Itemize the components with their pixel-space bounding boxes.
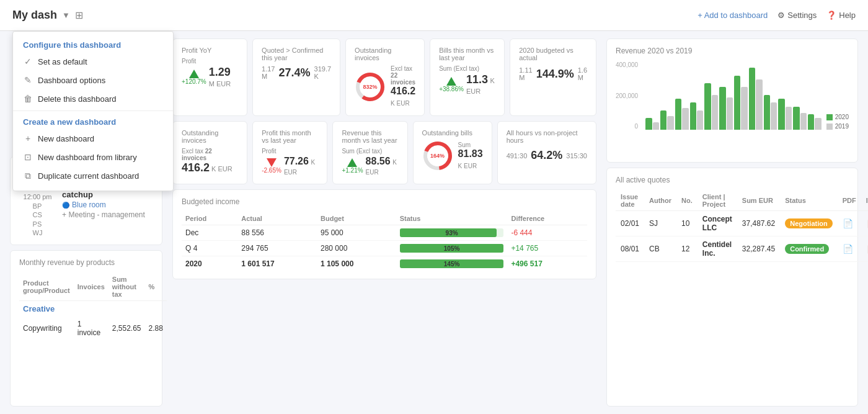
stat-outstanding-bills: Outstanding bills 164% Sum 81.83 K EUR <box>413 121 492 184</box>
new-dashboard-item[interactable]: + New dashboard <box>13 129 173 148</box>
checkmark-icon: ✓ <box>23 56 33 66</box>
green-bar <box>690 102 696 130</box>
period-cell: Q 4 <box>182 241 237 256</box>
pdf-cell[interactable]: 📄 <box>838 236 861 262</box>
col-pdf: PDF <box>838 191 861 211</box>
dashboard-options-item[interactable]: ✎ Dashboard options <box>13 71 173 89</box>
revenue-chart-card: Revenue 2020 vs 2019 400,000 200,000 0 2… <box>606 38 858 163</box>
status-cell: 105% <box>396 241 508 256</box>
col-period: Period <box>182 212 237 225</box>
author-cell: CB <box>644 236 676 262</box>
product-sum: 2,552.65 <box>108 317 145 340</box>
table-row: Copywriting 1 invoice 2,552.65 2.88 <box>19 317 167 340</box>
green-bar <box>704 83 711 130</box>
product-pct: 2.88 <box>145 317 167 340</box>
gray-bar <box>653 122 659 130</box>
client-cell: Centidel Inc. <box>698 236 737 262</box>
trend-up-icon <box>446 77 456 86</box>
all-quotes-card: All active quotes Issue date Author No. … <box>606 168 858 407</box>
bar-group <box>793 107 807 130</box>
settings-button[interactable]: ⚙ Settings <box>777 11 817 20</box>
green-bar <box>764 95 770 130</box>
bar-group <box>660 110 674 130</box>
quotes-header-row: Issue date Author No. Client | Project S… <box>616 191 868 211</box>
filter-icon[interactable]: ⊞ <box>75 9 83 21</box>
copy-icon: ⧉ <box>23 171 33 181</box>
bar-group <box>675 99 689 130</box>
diff-cell: +496 517 <box>507 256 587 272</box>
sum-cell: 32,287.45 <box>737 236 780 262</box>
header-left: My dash ▼ ⊞ <box>12 9 83 22</box>
delete-dashboard-item[interactable]: 🗑 Delete this dashboard <box>13 89 173 108</box>
gray-bar <box>786 107 792 130</box>
header-right: + Add to dashboard ⚙ Settings ❓ Help <box>698 11 856 20</box>
event-attendees: BP CS PS WJ <box>33 202 43 237</box>
period-cell: Dec <box>182 225 237 241</box>
diff-cell: +14 765 <box>507 241 587 256</box>
category-creative[interactable]: Creative <box>23 304 55 313</box>
product-name: Copywriting <box>19 317 74 340</box>
author-cell: SJ <box>644 211 676 236</box>
help-button[interactable]: ❓ Help <box>826 11 856 20</box>
trend-up-icon <box>347 158 357 167</box>
bar-group <box>764 95 777 130</box>
no-cell: 12 <box>676 236 698 262</box>
add-to-dashboard-button[interactable]: + Add to dashboard <box>698 11 768 20</box>
col-budget: Budget <box>317 212 396 225</box>
diff-cell: -6 444 <box>507 225 587 241</box>
trend-down-icon <box>267 158 277 167</box>
col-issue-date: Issue date <box>616 191 644 211</box>
col-status: Status <box>780 191 838 211</box>
donut2-label: 164% <box>430 153 445 159</box>
invoice-cell[interactable]: 📋 <box>861 211 868 236</box>
col-status: Status <box>396 212 508 225</box>
event-location: 🔵 Blue room <box>62 200 153 209</box>
bar-chart <box>645 61 822 130</box>
col-sum-eur: Sum EUR <box>737 191 780 211</box>
table-header-row: Period Actual Budget Status Difference <box>182 212 587 225</box>
gray-bar <box>800 113 807 130</box>
pdf-icon[interactable]: 📄 <box>843 244 853 254</box>
gray-bar <box>771 102 777 130</box>
monthly-revenue-card: Monthly revenue by products Product grou… <box>10 250 162 407</box>
stat-2020-budget: 2020 budgeted vs actual 1.11 M 144.9% 1.… <box>510 38 596 116</box>
second-stats-row: Outstanding invoices Excl tax 22 invoice… <box>172 121 596 184</box>
trash-icon: 🗑 <box>23 94 33 104</box>
set-default-item[interactable]: ✓ Set as default <box>13 52 173 71</box>
bar-group <box>749 68 763 130</box>
location-dot-icon: 🔵 <box>62 202 69 209</box>
right-column: Revenue 2020 vs 2019 400,000 200,000 0 2… <box>601 31 868 414</box>
event-time-end: 12:00 pm <box>24 193 52 200</box>
col-difference: Difference <box>507 212 587 225</box>
bar-group <box>704 83 718 130</box>
actual-cell: 88 556 <box>237 225 317 241</box>
duplicate-dashboard-item[interactable]: ⧉ Duplicate current dashboard <box>13 166 173 186</box>
invoice-cell[interactable]: 📋 <box>861 236 868 262</box>
create-section-title: Create a new dashboard <box>13 114 173 129</box>
monthly-revenue-title: Monthly revenue by products <box>19 258 153 267</box>
client-cell: Concept LLC <box>698 211 737 236</box>
table-row: Creative <box>19 301 167 317</box>
title-dropdown-arrow[interactable]: ▼ <box>62 11 70 20</box>
green-bar <box>749 68 755 130</box>
table-row: 2020 1 601 517 1 105 000 145% +496 517 <box>182 256 587 272</box>
budget-cell: 95 000 <box>317 225 396 241</box>
dashboard-title: My dash <box>12 9 57 22</box>
donut-label: 832% <box>363 84 378 90</box>
stat-outstanding-inv2: Outstanding invoices Excl tax 22 invoice… <box>172 121 247 184</box>
col-client: Client | Project <box>698 191 737 211</box>
bar-group <box>645 118 659 130</box>
status-cell: 93% <box>396 225 508 241</box>
pdf-icon[interactable]: 📄 <box>843 218 853 228</box>
gray-bar <box>815 118 821 130</box>
no-cell: 10 <box>676 211 698 236</box>
pdf-cell[interactable]: 📄 <box>838 211 861 236</box>
col-product: Product group/Product <box>19 273 74 301</box>
green-bar <box>734 76 740 130</box>
plus-icon: + <box>23 133 33 143</box>
new-from-library-item[interactable]: ⊡ New dashboard from library <box>13 148 173 166</box>
configure-section-title: Configure this dashboard <box>13 37 173 52</box>
quotes-table: Issue date Author No. Client | Project S… <box>616 191 868 262</box>
col-invoice: Invoice <box>861 191 868 211</box>
bar-group <box>719 87 733 130</box>
